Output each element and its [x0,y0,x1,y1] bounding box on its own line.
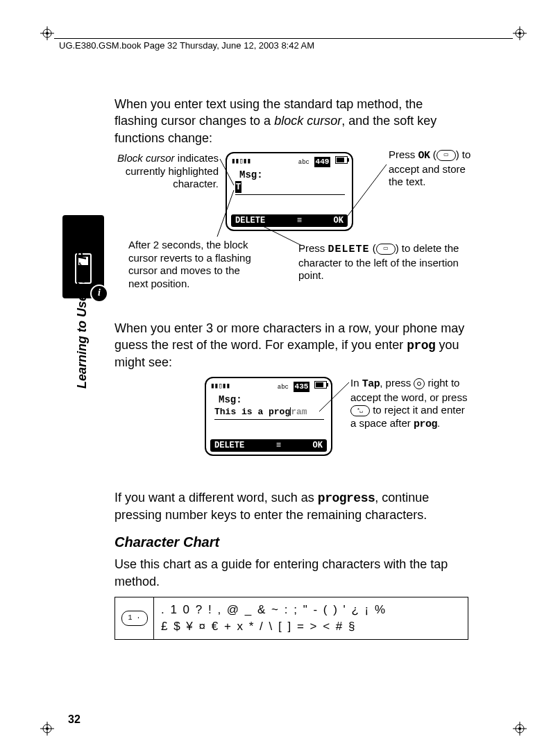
crop-mark-bl [40,722,54,736]
callout-tap: In Tap, press right to accept the word, … [350,377,472,432]
right-softkey-icon: ▭ [436,150,456,161]
msg-field-label-2: Msg: [219,393,242,407]
page-number: 32 [68,713,80,726]
crop-mark-tl [40,26,54,40]
phone-screen-2: ▮▮▯▮▮ abc 435 Msg: This is a program DEL… [205,377,332,456]
chart-row-1: . 1 0 ? ! , @ _ & ~ : ; " - ( ) ' ¿ ¡ % [161,602,461,618]
nav-key-icon [414,378,425,389]
battery-icon [335,156,348,164]
softkey-left-2[interactable]: DELETE [214,440,244,451]
callout-delete: Press DELETE (▭) to delete the character… [298,242,468,282]
chart-chars-cell: . 1 0 ? ! , @ _ & ~ : ; " - ( ) ' ¿ ¡ % … [154,597,468,639]
section-title: Character Chart [114,533,468,552]
battery-icon-2 [314,381,327,389]
key-1-icon: 1 · [121,611,148,626]
callout-cursor-revert: After 2 seconds, the block cursor revert… [128,239,253,291]
p2-prog: prog [407,339,435,353]
typed-text: This is a prog [214,407,290,417]
star-key-icon: *␣ [350,405,370,416]
left-softkey-icon: ▭ [376,244,396,255]
c2-e: . [437,417,440,429]
callout-block-cursor: Block cursor indicates currently highlig… [111,152,219,191]
chart-row-2: £ $ ¥ ¤ € + x * / \ [ ] = > < # § [161,618,461,635]
p3-progress: progress [318,491,375,505]
status-bar: ▮▮▯▮▮ abc 449 [231,156,348,167]
msg-body-line2 [235,194,345,195]
c2-a: In [350,377,362,389]
side-section-label: Learning to Use Your Phone [75,180,90,389]
page-content: When you enter text using the standard t… [114,96,468,640]
paragraph-2: When you enter 3 or more characters in a… [114,320,468,371]
input-mode-icon-2: abc [278,384,289,391]
softkey-right[interactable]: OK [334,215,343,226]
p1-block-cursor-term: block cursor [274,114,341,128]
callout-ok-a: Press [389,149,418,160]
crop-mark-br [513,722,527,736]
c2-prog: prog [414,418,437,430]
status-bar-2: ▮▮▯▮▮ abc 435 [210,381,327,392]
callout-ok: Press OK (▭) to accept and store the tex… [389,149,472,189]
softkey-bar-2: DELETE ≡ OK [210,439,327,452]
figure-1: Block cursor indicates currently highlig… [114,152,468,312]
callout-del-b: ( [370,242,376,254]
header-text: UG.E380.GSM.book Page 32 Thursday, June … [59,40,314,51]
character-chart: 1 · . 1 0 ? ! , @ _ & ~ : ; " - ( ) ' ¿ … [114,597,468,640]
softkey-menu-icon[interactable]: ≡ [297,215,302,226]
signal-icon: ▮▮▯▮▮ [231,156,251,167]
paragraph-1: When you enter text using the standard t… [114,96,468,146]
softkey-bar: DELETE ≡ OK [231,214,348,227]
softkey-menu-icon-2[interactable]: ≡ [276,440,281,451]
c2-tap: Tap [362,378,380,390]
c2-b: , press [380,377,414,389]
char-counter: 449 [314,157,331,167]
callout-del-a: Press [298,242,328,254]
paragraph-3: If you want a different word, such as pr… [114,489,468,524]
predicted-text: ram [291,407,307,417]
callout-del-label: DELETE [328,244,370,255]
chart-key-cell: 1 · [115,597,154,639]
p3-a: If you want a different word, such as [114,491,318,504]
block-cursor-char: T [235,181,241,194]
signal-icon-2: ▮▮▯▮▮ [210,381,230,391]
phone-screen-1: ▮▮▯▮▮ abc 449 Msg: T DELETE ≡ OK [226,152,353,231]
softkey-left[interactable]: DELETE [235,215,265,226]
char-counter-2: 435 [294,382,310,392]
softkey-right-2[interactable]: OK [313,440,323,451]
callout-block-cursor-term: Block cursor [117,152,175,164]
paragraph-4: Use this chart as a guide for entering c… [114,556,468,590]
callout-ok-label: OK [418,150,430,162]
figure-2: ▮▮▯▮▮ abc 435 Msg: This is a program DEL… [114,377,468,481]
callout-ok-b: ( [430,149,436,160]
input-mode-icon: abc [298,159,309,166]
crop-mark-tr [513,26,527,40]
msg-body-2: This is a program [214,406,324,421]
msg-field-label: Msg: [239,169,263,182]
